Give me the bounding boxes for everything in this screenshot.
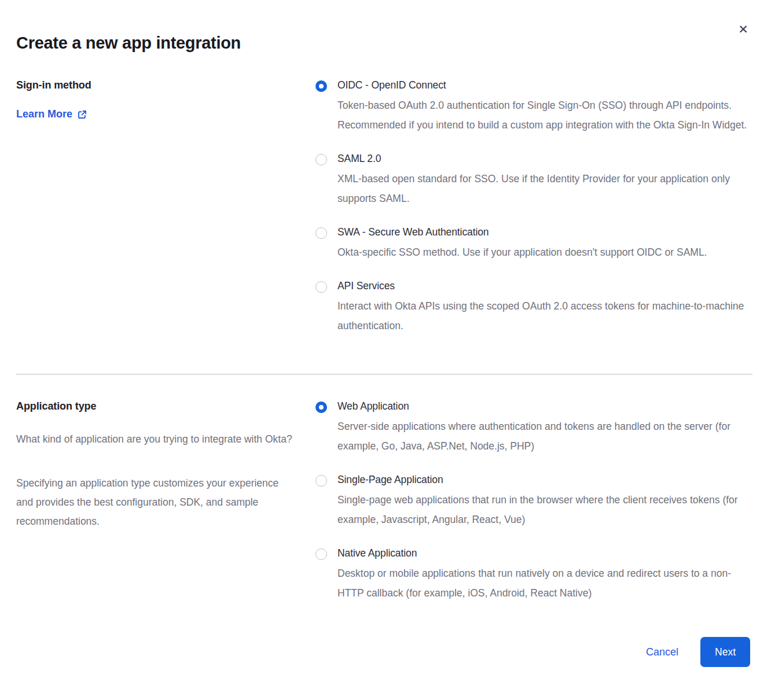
radio-option-single-page-application[interactable]: Single-Page Application Single-page web … [315, 474, 752, 529]
radio-option-swa[interactable]: SWA - Secure Web Authentication Okta-spe… [315, 226, 752, 262]
application-type-section: Application type What kind of applicatio… [16, 400, 752, 603]
radio-option-label: SWA - Secure Web Authentication [337, 226, 750, 238]
signin-method-label: Sign-in method [16, 79, 315, 91]
radio-option-description: Desktop or mobile applications that run … [337, 563, 750, 603]
radio-option-texts: SAML 2.0 XML-based open standard for SSO… [337, 153, 750, 208]
radio-option-description: Interact with Okta APIs using the scoped… [337, 296, 750, 336]
dialog-footer: Cancel Next [16, 637, 752, 667]
radio-unselected-icon[interactable] [315, 281, 327, 293]
radio-unselected-icon[interactable] [315, 154, 327, 165]
signin-method-section: Sign-in method Learn More OIDC - OpenID … [16, 79, 752, 336]
page-title: Create a new app integration [16, 34, 752, 53]
radio-option-label: Single-Page Application [337, 474, 750, 486]
next-button[interactable]: Next [700, 637, 750, 667]
application-type-description-1: What kind of application are you trying … [16, 430, 294, 449]
radio-unselected-icon[interactable] [315, 548, 327, 560]
radio-option-texts: SWA - Secure Web Authentication Okta-spe… [337, 226, 750, 262]
learn-more-link[interactable]: Learn More [16, 108, 87, 120]
radio-unselected-icon[interactable] [315, 227, 327, 239]
radio-option-native-application[interactable]: Native Application Desktop or mobile app… [315, 547, 752, 603]
radio-option-label: API Services [337, 280, 750, 292]
radio-option-label: Web Application [337, 400, 750, 412]
radio-option-saml[interactable]: SAML 2.0 XML-based open standard for SSO… [315, 153, 752, 208]
radio-selected-icon[interactable] [315, 401, 327, 413]
create-app-integration-dialog: ✕ Create a new app integration Sign-in m… [0, 0, 771, 700]
learn-more-label: Learn More [16, 108, 72, 120]
radio-option-texts: Native Application Desktop or mobile app… [337, 547, 750, 603]
close-icon[interactable]: ✕ [735, 21, 751, 37]
radio-option-oidc[interactable]: OIDC - OpenID Connect Token-based OAuth … [315, 79, 752, 135]
radio-option-description: Token-based OAuth 2.0 authentication for… [337, 95, 750, 135]
signin-method-left-column: Sign-in method Learn More [16, 79, 315, 336]
radio-option-label: SAML 2.0 [337, 153, 750, 165]
radio-option-texts: API Services Interact with Okta APIs usi… [337, 280, 750, 336]
radio-selected-icon[interactable] [315, 80, 327, 92]
radio-option-description: Single-page web applications that run in… [337, 490, 750, 529]
application-type-label: Application type [16, 400, 315, 412]
application-type-radio-group: Web Application Server-side applications… [315, 400, 752, 603]
application-type-left-column: Application type What kind of applicatio… [16, 400, 315, 603]
radio-option-description: Server-side applications where authentic… [337, 417, 750, 456]
radio-option-label: Native Application [337, 547, 750, 559]
signin-method-radio-group: OIDC - OpenID Connect Token-based OAuth … [315, 79, 752, 336]
radio-option-texts: OIDC - OpenID Connect Token-based OAuth … [337, 79, 750, 135]
radio-option-description: Okta-specific SSO method. Use if your ap… [337, 242, 750, 262]
radio-option-description: XML-based open standard for SSO. Use if … [337, 169, 750, 208]
radio-option-texts: Single-Page Application Single-page web … [337, 474, 750, 529]
radio-option-label: OIDC - OpenID Connect [337, 79, 750, 91]
radio-option-api-services[interactable]: API Services Interact with Okta APIs usi… [315, 280, 752, 336]
external-link-icon [78, 110, 87, 119]
cancel-button[interactable]: Cancel [646, 646, 678, 658]
radio-option-web-application[interactable]: Web Application Server-side applications… [315, 400, 752, 456]
application-type-description-2: Specifying an application type customize… [16, 474, 294, 531]
radio-option-texts: Web Application Server-side applications… [337, 400, 750, 456]
section-divider [16, 374, 752, 375]
radio-unselected-icon[interactable] [315, 475, 327, 487]
